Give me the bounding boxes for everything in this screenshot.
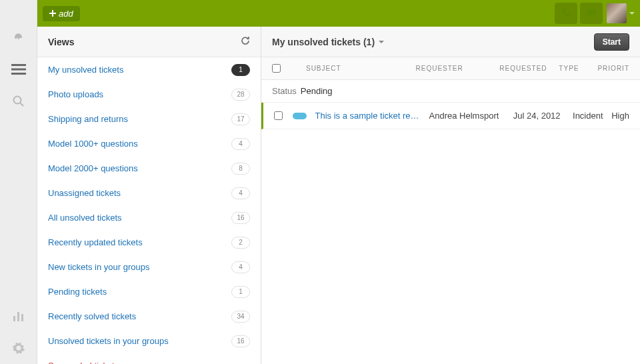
add-button[interactable]: add bbox=[43, 6, 80, 21]
view-label: Model 2000+ questions bbox=[48, 163, 231, 173]
chat-button[interactable] bbox=[580, 3, 603, 24]
plus-icon bbox=[49, 10, 56, 17]
views-title: Views bbox=[48, 37, 241, 47]
col-priority[interactable]: Priorit bbox=[597, 65, 629, 72]
main-title: My unsolved tickets (1) bbox=[272, 37, 375, 47]
user-menu[interactable] bbox=[607, 3, 635, 23]
view-row[interactable]: Recently solved tickets34 bbox=[37, 304, 261, 329]
group-value: Pending bbox=[301, 86, 333, 96]
ticket-subject[interactable]: This is a sample ticket req… bbox=[315, 111, 429, 121]
bar-chart-icon bbox=[12, 309, 25, 323]
status-pill bbox=[293, 113, 307, 119]
view-label: New tickets in your groups bbox=[48, 262, 231, 272]
rail-search[interactable] bbox=[0, 85, 37, 117]
count-badge: 34 bbox=[231, 311, 250, 323]
start-button[interactable]: Start bbox=[594, 33, 629, 51]
refresh-button[interactable] bbox=[241, 36, 250, 47]
gear-icon bbox=[12, 341, 25, 355]
add-button-label: add bbox=[59, 9, 73, 19]
count-badge: 1 bbox=[231, 64, 250, 76]
view-row[interactable]: All unsolved tickets16 bbox=[37, 205, 261, 230]
ticket-rows: This is a sample ticket req…Andrea Helms… bbox=[261, 103, 640, 129]
view-label: Suspended tickets bbox=[48, 361, 250, 364]
menu-icon bbox=[11, 63, 26, 75]
count-badge: 4 bbox=[231, 261, 250, 273]
svg-line-4 bbox=[20, 103, 23, 107]
view-label: Recently updated tickets bbox=[48, 237, 231, 247]
rail-dashboard[interactable] bbox=[0, 21, 37, 53]
rail-reports[interactable] bbox=[0, 300, 37, 332]
svg-rect-0 bbox=[11, 64, 26, 66]
refresh-icon bbox=[241, 36, 250, 45]
view-row[interactable]: Model 1000+ questions4 bbox=[37, 131, 261, 156]
count-badge: 16 bbox=[231, 212, 250, 224]
count-badge: 28 bbox=[231, 89, 250, 101]
count-badge: 2 bbox=[231, 237, 250, 249]
view-row[interactable]: Recently updated tickets2 bbox=[37, 230, 261, 255]
ticket-type: Incident bbox=[573, 111, 611, 121]
topbar-right bbox=[552, 0, 640, 27]
view-row[interactable]: My unsolved tickets1 bbox=[37, 57, 261, 82]
view-row[interactable]: Suspended tickets bbox=[37, 353, 261, 364]
view-row[interactable]: Pending tickets1 bbox=[37, 279, 261, 304]
ticket-requester: Andrea Helmsport bbox=[429, 111, 513, 121]
view-label: Recently solved tickets bbox=[48, 311, 231, 321]
chat-icon bbox=[586, 8, 597, 19]
group-by-label: Status bbox=[272, 86, 297, 96]
nav-rail bbox=[0, 0, 37, 364]
count-badge: 16 bbox=[231, 335, 250, 347]
view-row[interactable]: Photo uploads28 bbox=[37, 82, 261, 107]
view-label: Shipping and returns bbox=[48, 114, 231, 124]
view-row[interactable]: New tickets in your groups4 bbox=[37, 255, 261, 279]
group-row: Status Pending bbox=[261, 80, 640, 103]
view-label: Photo uploads bbox=[48, 89, 231, 99]
phone-icon bbox=[561, 8, 571, 19]
view-row[interactable]: Unsolved tickets in your groups16 bbox=[37, 329, 261, 353]
view-row[interactable]: Shipping and returns17 bbox=[37, 107, 261, 131]
svg-rect-6 bbox=[17, 312, 19, 321]
row-check-cell bbox=[274, 111, 293, 120]
view-row[interactable]: Model 2000+ questions8 bbox=[37, 156, 261, 181]
view-label: Unassigned tickets bbox=[48, 188, 231, 198]
col-type[interactable]: Type bbox=[559, 65, 597, 72]
search-icon bbox=[12, 95, 25, 108]
ticket-priority: High bbox=[611, 111, 629, 121]
count-badge: 17 bbox=[231, 113, 250, 125]
row-checkbox[interactable] bbox=[274, 111, 283, 120]
ticket-requested: Jul 24, 2012 bbox=[513, 111, 573, 121]
view-label: Unsolved tickets in your groups bbox=[48, 336, 231, 346]
col-requester[interactable]: Requester bbox=[416, 65, 500, 72]
svg-point-3 bbox=[13, 97, 21, 104]
svg-rect-2 bbox=[11, 73, 26, 75]
count-badge: 1 bbox=[231, 286, 250, 298]
select-all-checkbox[interactable] bbox=[272, 64, 281, 73]
main-pane: My unsolved tickets (1) Start Subject Re… bbox=[261, 27, 640, 364]
svg-rect-5 bbox=[13, 316, 15, 321]
select-all-cell bbox=[272, 64, 293, 73]
view-label: My unsolved tickets bbox=[48, 65, 231, 75]
chevron-down-icon[interactable] bbox=[379, 41, 384, 43]
avatar bbox=[607, 3, 627, 23]
views-panel: Views My unsolved tickets1Photo uploads2… bbox=[37, 27, 261, 364]
count-badge: 4 bbox=[231, 138, 250, 150]
rail-settings[interactable] bbox=[0, 332, 37, 364]
topbar: add bbox=[37, 0, 640, 27]
col-requested[interactable]: Requested bbox=[499, 65, 559, 72]
svg-rect-7 bbox=[21, 314, 23, 321]
view-row[interactable]: Unassigned tickets4 bbox=[37, 181, 261, 205]
view-label: Pending tickets bbox=[48, 287, 231, 297]
rail-menu[interactable] bbox=[0, 53, 37, 85]
count-badge: 4 bbox=[231, 187, 250, 199]
count-badge: 8 bbox=[231, 163, 250, 175]
column-headers: Subject Requester Requested Type Priorit bbox=[261, 57, 640, 80]
view-label: Model 1000+ questions bbox=[48, 139, 231, 149]
view-label: All unsolved tickets bbox=[48, 213, 231, 223]
views-header: Views bbox=[37, 27, 261, 57]
ticket-row[interactable]: This is a sample ticket req…Andrea Helms… bbox=[261, 103, 640, 129]
svg-rect-1 bbox=[11, 69, 26, 71]
chevron-down-icon bbox=[629, 12, 635, 15]
views-list: My unsolved tickets1Photo uploads28Shipp… bbox=[37, 57, 261, 364]
phone-button[interactable] bbox=[555, 3, 577, 24]
col-subject[interactable]: Subject bbox=[293, 65, 416, 72]
dashboard-icon bbox=[12, 31, 25, 44]
